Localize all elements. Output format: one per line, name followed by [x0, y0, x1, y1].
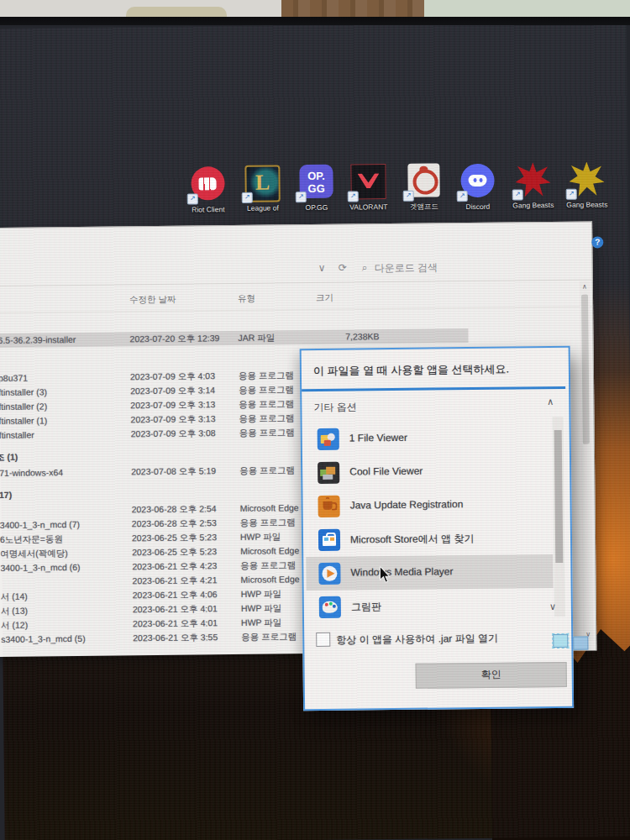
desktop-shortcut-gang-beasts-1[interactable]: ↗ Gang Beasts	[507, 162, 559, 210]
group-header[interactable]: (17)	[0, 486, 249, 502]
one-file-viewer-icon	[318, 428, 339, 450]
shortcut-arrow-icon: ↗	[512, 189, 523, 200]
mouse-cursor	[379, 566, 391, 584]
desktop-shortcut-getamped[interactable]: ↗ 겟앰프드	[397, 163, 450, 213]
file-name: ftinstaller (1)	[0, 412, 125, 428]
gang-beasts-red-icon: ↗	[515, 162, 550, 197]
shortcut-arrow-icon: ↗	[242, 192, 253, 203]
discord-icon: ↗	[459, 164, 495, 199]
file-name: ftinstaller (3)	[0, 384, 124, 400]
file-name: 서 (13)	[1, 602, 127, 618]
file-date: 2023-07-09 오후 3:13	[130, 412, 235, 427]
shortcut-label: Discord	[452, 202, 504, 212]
file-date: 2023-07-08 오후 5:19	[131, 464, 236, 479]
app-option-label: 그림판	[351, 600, 381, 614]
file-name: 서 (12)	[1, 617, 127, 633]
help-icon[interactable]: ?	[591, 236, 603, 248]
microsoft-store-icon	[318, 529, 340, 551]
monitor-screen: ↗ Riot Client L ↗ League of OP.GG ↗ OP.G…	[0, 25, 630, 840]
shortcut-arrow-icon: ↗	[348, 191, 359, 202]
riot-client-icon: ↗	[190, 166, 225, 202]
shortcut-label: Gang Beasts	[507, 201, 559, 210]
file-name: 6.5-36.2.39-installer	[0, 332, 124, 348]
app-option-windows-media-player[interactable]: Windows Media Player	[306, 554, 553, 591]
desktop-shortcut-discord[interactable]: ↗ Discord	[451, 163, 504, 212]
file-name: s3400-1_3-n_mcd (5)	[1, 631, 127, 647]
opgg-icon: OP.GG ↗	[298, 165, 333, 200]
file-row[interactable]: 6.5-36.2.39-installer2023-07-20 오후 12:39…	[0, 328, 469, 348]
file-date: 2023-06-21 오후 4:06	[133, 587, 238, 602]
app-option-label: Microsoft Store에서 앱 찾기	[350, 532, 475, 548]
file-date: 2023-06-21 오후 4:21	[132, 573, 237, 588]
app-option-label: Java Update Registration	[350, 498, 464, 511]
file-date: 2023-06-25 오후 5:23	[132, 530, 237, 545]
desktop-shortcut-valorant[interactable]: ↗ VALORANT	[342, 164, 395, 212]
app-option-label: Windows Media Player	[350, 565, 453, 578]
chevron-up-icon[interactable]: ∧	[547, 396, 554, 407]
league-of-legends-icon: L ↗	[244, 165, 280, 200]
file-name: ftinstaller (2)	[0, 398, 124, 414]
app-option-label: Cool File Viewer	[349, 465, 423, 478]
group-header[interactable]: )	[0, 353, 247, 370]
file-size: 7,238KB	[312, 329, 379, 344]
file-date: 2023-06-21 오후 4:23	[132, 559, 237, 574]
shortcut-arrow-icon: ↗	[296, 192, 307, 202]
other-options-label: 기타 옵션	[313, 400, 357, 415]
scroll-up-icon[interactable]: ∧	[580, 281, 590, 293]
screen-content: ↗ Riot Client L ↗ League of OP.GG ↗ OP.G…	[0, 25, 630, 840]
app-option-microsoft-store[interactable]: Microsoft Store에서 앱 찾기	[306, 521, 553, 557]
file-date: 2023-07-09 오후 3:13	[130, 397, 235, 412]
file-date: 2023-06-28 오후 2:54	[132, 501, 237, 517]
desktop-shortcut-gang-beasts-2[interactable]: ↗ Gang Beasts	[560, 161, 613, 209]
always-use-checkbox[interactable]	[316, 633, 330, 647]
mini-desktop-icon[interactable]	[573, 637, 588, 650]
paint-icon	[319, 596, 341, 618]
chevron-down-icon[interactable]: ∨	[549, 601, 556, 612]
app-option-paint[interactable]: 그림판	[307, 588, 554, 624]
shortcut-label: Gang Beasts	[561, 200, 613, 209]
dialog-title: 이 파일을 열 때 사용할 앱을 선택하세요.	[313, 362, 509, 379]
shortcut-label: 겟앰프드	[398, 202, 450, 213]
shortcut-arrow-icon: ↗	[457, 191, 468, 202]
file-name	[0, 502, 126, 504]
desktop-shortcut-riot-client[interactable]: ↗ Riot Client	[181, 165, 234, 214]
file-date: 2023-07-20 오후 12:39	[129, 331, 234, 346]
file-date: 2023-06-28 오후 2:53	[132, 516, 237, 531]
file-name: 서 (14)	[1, 588, 127, 604]
windows-media-player-icon	[318, 563, 340, 585]
file-date: 2023-06-21 오후 3:55	[133, 630, 238, 645]
file-date: 2023-06-21 오후 4:01	[133, 601, 238, 617]
file-name: 여명세서(꽉예당)	[0, 545, 126, 561]
file-name: 3400-1_3-n_mcd (6)	[0, 559, 126, 575]
file-name: p8u371	[0, 370, 124, 386]
file-date: 2023-07-09 오후 4:03	[130, 369, 235, 384]
always-use-checkbox-label: 항상 이 앱을 사용하여 .jar 파일 열기	[336, 632, 498, 648]
shortcut-arrow-icon: ↗	[187, 193, 198, 204]
file-name: ftinstaller	[0, 427, 125, 443]
desktop-shortcut-opgg[interactable]: OP.GG ↗ OP.GG	[290, 165, 343, 213]
java-update-icon	[318, 496, 339, 517]
shortcut-arrow-icon: ↗	[566, 189, 577, 200]
file-name: 3400-1_3-n_mcd (7)	[0, 517, 126, 533]
shortcut-label: OP.GG	[291, 203, 343, 213]
app-option-java-update-registration[interactable]: Java Update Registration	[305, 487, 552, 523]
shortcut-arrow-icon: ↗	[403, 191, 414, 202]
dialog-accent-divider	[302, 386, 565, 391]
file-date: 2023-07-09 오후 3:08	[131, 426, 236, 441]
shortcut-label: Riot Client	[182, 205, 234, 214]
valorant-icon: ↗	[350, 164, 386, 199]
app-option-cool-file-viewer[interactable]: Cool File Viewer	[305, 454, 552, 490]
group-header[interactable]: 조 (1)	[0, 448, 248, 465]
file-date: 2023-06-25 오후 5:23	[132, 544, 237, 559]
desktop-shortcut-league-of-legends[interactable]: L ↗ League of	[236, 165, 289, 213]
gang-beasts-yellow-icon: ↗	[569, 161, 604, 197]
dialog-scrollbar-thumb[interactable]	[554, 430, 564, 563]
mini-desktop-icon-selected[interactable]	[553, 634, 568, 648]
app-option-1-file-viewer[interactable]: 1 File Viewer	[305, 420, 552, 456]
getamped-icon: ↗	[406, 163, 441, 198]
ok-button[interactable]: 확인	[416, 662, 567, 689]
file-name: 6노년자문=동원	[0, 531, 126, 547]
shortcut-label: League of	[237, 203, 289, 213]
file-date: 2023-06-21 오후 4:01	[133, 616, 238, 631]
open-with-dialog: 이 파일을 열 때 사용할 앱을 선택하세요. 기타 옵션 ∧ 1 File V…	[300, 346, 574, 711]
